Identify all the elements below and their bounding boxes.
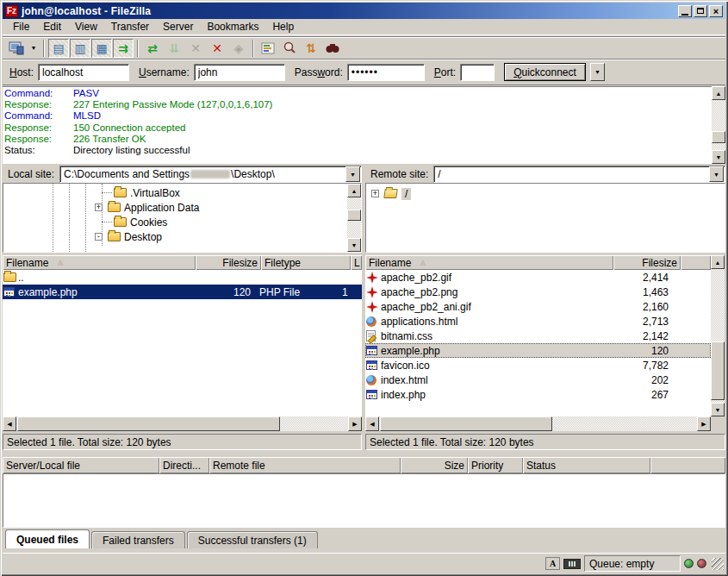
minimize-button[interactable] [678, 5, 692, 17]
password-input[interactable] [347, 64, 425, 81]
remote-site-combobox[interactable]: / ▼ [433, 166, 725, 183]
column-size[interactable]: Size [401, 457, 468, 473]
scroll-left-icon[interactable]: ◀ [3, 416, 16, 431]
speed-limit-icon[interactable] [563, 559, 581, 569]
tree-item-application-data[interactable]: + Application Data [95, 200, 199, 215]
toggle-queue-button[interactable]: ⇉ [113, 39, 134, 58]
message-log[interactable]: Command:PASV Response:227 Entering Passi… [3, 86, 712, 164]
toggle-log-view-button[interactable]: ▤ [48, 39, 69, 58]
file-row-parent[interactable]: .. [3, 270, 362, 285]
column-blank[interactable] [681, 255, 711, 270]
column-filesize[interactable]: Filesize [196, 255, 261, 270]
menu-server[interactable]: Server [156, 19, 200, 34]
file-row[interactable]: applications.html 2,713 [365, 314, 711, 329]
disconnect-button[interactable]: ✕ [207, 39, 227, 58]
scrollbar-thumb[interactable] [17, 416, 280, 431]
expand-icon[interactable]: + [371, 190, 379, 197]
tab-failed-transfers[interactable]: Failed transfers [91, 531, 185, 548]
scrollbar-thumb[interactable] [380, 416, 552, 431]
site-manager-dropdown-button[interactable]: ▼ [28, 39, 40, 58]
scroll-left-icon[interactable]: ◀ [365, 416, 379, 431]
ascii-transfer-mode-icon[interactable]: A [545, 557, 560, 570]
tree-item-desktop[interactable]: - Desktop [95, 229, 162, 244]
username-input[interactable] [194, 64, 285, 81]
refresh-button[interactable]: ⇄ [142, 39, 163, 58]
column-remote-file[interactable]: Remote file [209, 457, 401, 473]
scroll-down-icon[interactable]: ▼ [712, 150, 725, 164]
tab-queued-files[interactable]: Queued files [5, 529, 90, 548]
scroll-down-icon[interactable]: ▼ [347, 238, 361, 252]
column-filesize[interactable]: Filesize [613, 255, 681, 270]
file-row[interactable]: favicon.ico 7,782 [365, 358, 711, 373]
tree-item-root[interactable]: + / [371, 186, 411, 201]
column-direction[interactable]: Directi... [159, 457, 209, 473]
remote-file-list[interactable]: apache_pb2.gif 2,414 apache_pb2.png 1,46… [365, 270, 711, 416]
local-site-dropdown-button[interactable]: ▼ [345, 166, 360, 182]
scrollbar-thumb[interactable] [347, 210, 361, 221]
toggle-remote-tree-button[interactable]: ▦ [91, 39, 112, 58]
file-row[interactable]: index.html 202 [365, 373, 711, 387]
menu-view[interactable]: View [68, 19, 104, 34]
quickconnect-button[interactable]: Quickconnect [504, 63, 586, 81]
cancel-operation-button[interactable]: ✕ [185, 39, 206, 58]
collapse-icon[interactable]: - [95, 233, 103, 241]
site-manager-button[interactable] [6, 39, 27, 58]
scroll-up-icon[interactable]: ▲ [347, 184, 361, 197]
file-row[interactable]: apache_pb2_ani.gif 2,160 [365, 299, 711, 314]
local-tree-scrollbar[interactable]: ▲ ▼ [347, 184, 361, 252]
file-row[interactable]: apache_pb2.gif 2,414 [365, 270, 711, 285]
close-button[interactable]: × [709, 5, 723, 17]
remote-directory-tree[interactable]: + / [365, 183, 725, 253]
scroll-down-icon[interactable]: ▼ [711, 403, 725, 416]
port-input[interactable] [460, 64, 495, 81]
file-row-example-php[interactable]: example.php 120 PHP File 1 [3, 285, 362, 299]
tab-successful-transfers[interactable]: Successful transfers (1) [187, 531, 318, 548]
tree-item-cookies[interactable]: Cookies [102, 215, 167, 229]
reconnect-button[interactable]: ◈ [228, 39, 249, 58]
file-row-selected[interactable]: example.php 120 [365, 343, 711, 358]
column-filetype[interactable]: Filetype [261, 255, 351, 270]
compare-button[interactable] [279, 39, 300, 58]
menu-bookmarks[interactable]: Bookmarks [200, 19, 265, 34]
menu-edit[interactable]: Edit [36, 19, 68, 34]
toggle-local-tree-button[interactable]: ▥ [70, 39, 90, 58]
maximize-button[interactable] [694, 5, 707, 17]
scroll-right-icon[interactable]: ▶ [348, 416, 362, 431]
remote-list-scrollbar[interactable]: ▲ ▼ [711, 255, 725, 416]
host-input[interactable] [38, 64, 129, 81]
scroll-up-icon[interactable]: ▲ [711, 255, 725, 269]
scroll-up-icon[interactable]: ▲ [712, 86, 725, 100]
sync-browsing-button[interactable]: ⇅ [301, 39, 321, 58]
file-row[interactable]: apache_pb2.png 1,463 [365, 285, 711, 299]
title-bar[interactable]: Fz john@localhost - FileZilla × [3, 3, 725, 19]
file-row[interactable]: bitnami.css 2,142 [365, 329, 711, 343]
column-last-modified[interactable]: L [351, 255, 362, 270]
file-row[interactable]: index.php 267 [365, 387, 711, 402]
remote-site-dropdown-button[interactable]: ▼ [709, 166, 724, 182]
column-filename[interactable]: Filename [365, 255, 613, 270]
process-queue-button[interactable]: ⇊ [164, 39, 184, 58]
local-horizontal-scrollbar[interactable]: ◀ ▶ [3, 416, 362, 431]
queue-list[interactable] [3, 473, 725, 528]
scrollbar-thumb[interactable] [711, 341, 725, 400]
remote-horizontal-scrollbar[interactable]: ◀ ▶ [365, 416, 711, 431]
log-scrollbar[interactable]: ▲ ▼ [712, 86, 725, 164]
quickconnect-dropdown-button[interactable]: ▼ [590, 63, 605, 81]
resize-grip[interactable] [712, 558, 724, 570]
menu-file[interactable]: File [6, 19, 36, 34]
filter-button[interactable] [258, 39, 278, 58]
column-filename[interactable]: Filename [3, 255, 196, 270]
local-site-combobox[interactable]: C:\Documents and Settings\Desktop\ ▼ [59, 166, 362, 183]
local-file-list[interactable]: .. example.php 120 PHP File 1 [3, 270, 362, 416]
column-status[interactable]: Status [523, 457, 650, 473]
local-directory-tree[interactable]: .VirtualBox + Application Data Cookies -… [3, 183, 362, 253]
scroll-right-icon[interactable]: ▶ [697, 416, 711, 431]
column-server-local-file[interactable]: Server/Local file [3, 457, 159, 473]
column-priority[interactable]: Priority [468, 457, 523, 473]
menu-transfer[interactable]: Transfer [104, 19, 156, 34]
find-files-button[interactable] [322, 39, 343, 58]
menu-help[interactable]: Help [265, 19, 301, 34]
scrollbar-thumb[interactable] [712, 131, 725, 143]
tree-item-virtualbox[interactable]: .VirtualBox [102, 185, 180, 200]
expand-icon[interactable]: + [95, 203, 103, 211]
